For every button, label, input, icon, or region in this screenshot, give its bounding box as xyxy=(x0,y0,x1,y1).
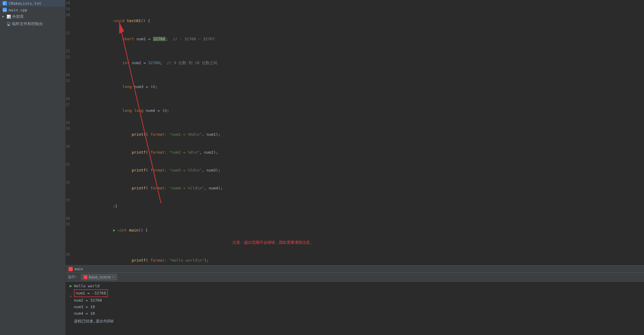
main-indicator-icon xyxy=(69,267,73,271)
folder-arrow-icon: ▶ xyxy=(2,15,6,18)
output-hello-text: Hello world xyxy=(74,284,100,288)
temp-files-label: 临时文件和控制台 xyxy=(12,21,43,27)
table-row: 18 xyxy=(66,0,644,6)
panel-tab-base-score[interactable]: base_score ✕ xyxy=(81,274,117,280)
line-code: printf( format: "Hello world\n"); xyxy=(73,251,644,265)
line-code: long long num4 = 10; xyxy=(73,102,644,120)
cmake-file-icon: C xyxy=(2,1,7,6)
line-number: 29 xyxy=(66,126,73,143)
chart-icon: 📊 xyxy=(7,15,11,19)
table-row: 36 printf( format: "Hello world\n"); xyxy=(66,251,644,265)
sidebar-folder-external[interactable]: ▶ 📊 外部库 xyxy=(0,13,65,20)
sidebar-folder-temp[interactable]: 🖥️ 临时文件和控制台 xyxy=(0,20,65,27)
line-code: printf( format: "num3 = %ld\n", num3); xyxy=(73,161,644,179)
output-line-num4: num4 = 10 xyxy=(74,310,642,317)
line-number: 20 xyxy=(66,12,73,30)
output-num4-text: num4 = 10 xyxy=(74,311,95,316)
sidebar-item-cpp[interactable]: C++ main.cpp xyxy=(0,7,65,13)
table-row: 23 int num2 = 32768; // 9 位数 到 10 位数之间 xyxy=(66,54,644,72)
line-number: 26 xyxy=(66,96,73,102)
line-code xyxy=(73,6,644,12)
tab-icon xyxy=(84,275,87,279)
main-file-label: main xyxy=(75,267,83,271)
table-row: 26 xyxy=(66,96,644,102)
gutter-icon2: ⚙ xyxy=(70,295,72,298)
output-num1-text: num1 = -32768 xyxy=(74,289,108,297)
output-line-num3: num3 = 10 xyxy=(74,304,642,310)
tab-close-button[interactable]: ✕ xyxy=(112,275,114,279)
line-code: printf( format: "num1 = %hd\n", num1); xyxy=(73,126,644,143)
folder-arrow2-icon xyxy=(2,22,6,26)
line-code: long num3 = 10; xyxy=(73,78,644,96)
cmake-filename: CMakeLists.txt xyxy=(9,1,41,6)
line-number: 28 xyxy=(66,120,73,126)
line-number: 34 xyxy=(66,215,73,221)
line-code xyxy=(73,48,644,54)
external-libs-label: 外部库 xyxy=(12,14,24,19)
line-number: 33 xyxy=(66,197,73,215)
panel-output: ▶ ⚙ Hello world num1 = -32768 num2 = 327… xyxy=(66,282,644,335)
line-code xyxy=(73,96,644,102)
editor-bottom-bar: main xyxy=(66,265,644,272)
temp-icon: 🖥️ xyxy=(7,22,11,26)
line-number: 27 xyxy=(66,102,73,120)
play-icon: ▶ xyxy=(70,283,72,288)
line-code: short num1 = 32768; // - 32768 ~ 32767 xyxy=(73,30,644,48)
output-line-num2: num2 = 32768 xyxy=(74,297,642,304)
table-row: 22 xyxy=(66,48,644,54)
table-row: 24 xyxy=(66,72,644,78)
output-num3-text: num3 = 10 xyxy=(74,305,95,309)
table-row: 27 long long num4 = 10; xyxy=(66,102,644,120)
output-line-process-end: 进程已结束,退出代码0 xyxy=(74,318,642,325)
line-number: 36 xyxy=(66,251,73,265)
line-code: ⊟} xyxy=(73,197,644,215)
line-code xyxy=(73,215,644,221)
process-end-text: 进程已结束,退出代码0 xyxy=(74,319,114,323)
output-line-num1: num1 = -32768 xyxy=(74,289,642,297)
line-code: ⊟void test01() { xyxy=(73,12,644,30)
table-row: 19 xyxy=(66,6,644,12)
line-number: 25 xyxy=(66,78,73,96)
line-code: int num2 = 32768; // 9 位数 到 10 位数之间 xyxy=(73,54,644,72)
table-row: 20 ⊟void test01() { xyxy=(66,12,644,30)
output-line-hello: Hello world xyxy=(74,283,642,289)
table-row: 25 long num3 = 10; xyxy=(66,78,644,96)
line-number: 19 xyxy=(66,6,73,12)
bottom-panel: 运行: base_score ✕ ▶ ⚙ Hello world xyxy=(66,272,644,335)
code-content[interactable]: 18 19 20 ⊟void test01() { xyxy=(66,0,644,265)
table-row: 35 ▶ ⊟int main() { xyxy=(66,221,644,251)
output-lines: Hello world num1 = -32768 num2 = 32768 n… xyxy=(74,283,642,334)
cpp-filename: main.cpp xyxy=(9,8,27,12)
line-number: 35 xyxy=(66,221,73,251)
line-code xyxy=(73,0,644,6)
line-number: 18 xyxy=(66,0,73,6)
line-number: 32 xyxy=(66,179,73,197)
line-code: ▶ ⊟int main() { xyxy=(73,221,644,251)
table-row: 21 short num1 = 32768; // - 32768 ~ 3276… xyxy=(66,30,644,48)
sidebar-item-cmake[interactable]: C CMakeLists.txt xyxy=(0,0,65,7)
table-row: 33 ⊟} xyxy=(66,197,644,215)
cpp-file-icon: C++ xyxy=(2,7,7,12)
svg-text:C++: C++ xyxy=(3,9,7,12)
code-editor: 18 19 20 ⊟void test01() { xyxy=(66,0,644,272)
table-row: 29 printf( format: "num1 = %hd\n", num1)… xyxy=(66,126,644,143)
output-num2-text: num2 = 32768 xyxy=(74,298,102,302)
table-row: 34 xyxy=(66,215,644,221)
line-number: 24 xyxy=(66,72,73,78)
run-label: 运行: xyxy=(68,274,77,280)
output-gutter: ▶ ⚙ xyxy=(68,283,74,334)
tab-name: base_score xyxy=(89,275,110,279)
panel-tabs: 运行: base_score ✕ xyxy=(66,273,644,282)
line-number: 31 xyxy=(66,161,73,179)
line-number: 30 xyxy=(66,143,73,161)
line-code: printf( format: "num2 = %d\n", num2); xyxy=(73,143,644,161)
line-code xyxy=(73,120,644,126)
line-code xyxy=(73,72,644,78)
table-row: 31 printf( format: "num3 = %ld\n", num3)… xyxy=(66,161,644,179)
line-code: printf( format: "num4 = %lld\n", num4); xyxy=(73,179,644,197)
line-number: 21 xyxy=(66,30,73,48)
code-table: 18 19 20 ⊟void test01() { xyxy=(66,0,644,265)
svg-text:C: C xyxy=(3,2,5,5)
line-number: 23 xyxy=(66,54,73,72)
table-row: 32 printf( format: "num4 = %lld\n", num4… xyxy=(66,179,644,197)
